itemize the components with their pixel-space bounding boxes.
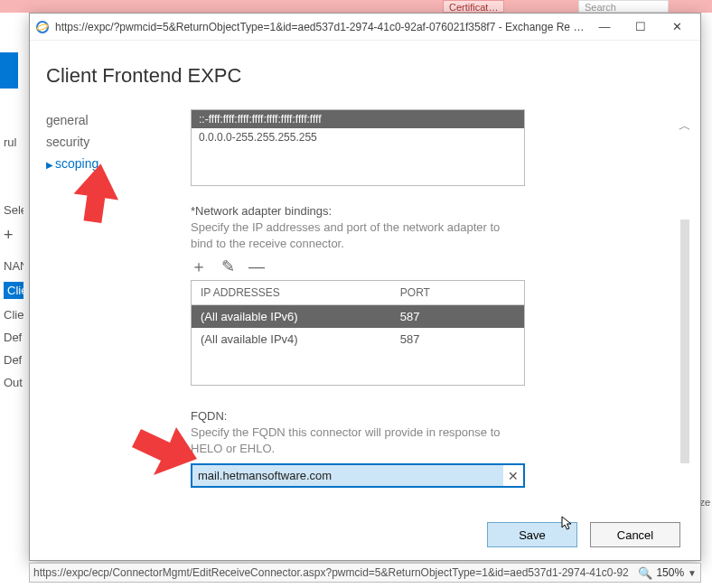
col-port-header: PORT	[391, 281, 524, 304]
caret-right-icon: ▶	[46, 160, 53, 170]
save-button[interactable]: Save	[487, 522, 577, 547]
edit-button[interactable]: ✎	[220, 258, 236, 275]
fqdn-input[interactable]	[192, 465, 503, 486]
popup-window: https://expc/?pwmcid=5&ReturnObjectType=…	[29, 13, 701, 561]
grid-header: IP ADDRESSES PORT	[192, 281, 524, 305]
bg-search-box: Search	[578, 0, 669, 13]
form-area: ::-ffff:ffff:ffff:ffff:ffff:ffff:ffff:ff…	[191, 109, 525, 504]
table-row[interactable]: (All available IPv6) 587	[192, 305, 524, 328]
bg-nav-strip	[0, 52, 18, 89]
zoom-level[interactable]: 150%	[656, 566, 684, 579]
bindings-toolbar: ＋ ✎ —	[191, 258, 525, 275]
bindings-help: Specify the IP addresses and port of the…	[191, 219, 525, 251]
bg-plus: +	[4, 226, 23, 245]
sidenav-item-general[interactable]: general	[46, 109, 191, 131]
bg-text: Sele	[4, 203, 23, 217]
cell-ip: (All available IPv6)	[192, 305, 391, 328]
bg-certificate-warning: Certificat…	[443, 0, 504, 13]
fqdn-input-wrap: ✕	[191, 463, 525, 488]
close-button[interactable]: ✕	[659, 14, 695, 40]
bg-left-panel: rul Sele + NAN Clie Clie Def Def Out	[0, 90, 27, 561]
sidenav-item-label: scoping	[55, 156, 98, 171]
bg-text: rul	[4, 135, 23, 149]
status-url: https://expc/ecp/ConnectorMgmt/EditRecei…	[33, 566, 634, 579]
status-bar: https://expc/ecp/ConnectorMgmt/EditRecei…	[29, 563, 701, 583]
page-title: Client Frontend EXPC	[46, 64, 689, 88]
remote-ranges-listbox[interactable]: ::-ffff:ffff:ffff:ffff:ffff:ffff:ffff:ff…	[191, 109, 525, 186]
cell-ip: (All available IPv4)	[192, 328, 391, 350]
zoom-icon[interactable]: 🔍	[638, 566, 652, 580]
sidenav-item-scoping[interactable]: ▶scoping	[46, 153, 191, 174]
fqdn-label: FQDN:	[191, 409, 525, 423]
sidenav-item-security[interactable]: security	[46, 131, 191, 153]
add-button[interactable]: ＋	[191, 258, 207, 275]
maximize-button[interactable]: ☐	[623, 14, 659, 40]
cancel-button[interactable]: Cancel	[590, 522, 680, 547]
bg-row: Out	[4, 376, 23, 389]
scroll-up-icon[interactable]: ︿	[677, 113, 693, 140]
minimize-button[interactable]: —	[586, 14, 623, 40]
bindings-label: *Network adapter bindings:	[191, 204, 525, 218]
grid-spacer	[192, 350, 524, 385]
table-row[interactable]: (All available IPv4) 587	[192, 328, 524, 350]
bg-row: Clie	[4, 308, 23, 322]
bg-text: NAN	[4, 259, 23, 273]
bg-text: ze	[699, 497, 710, 508]
side-nav: general security ▶scoping	[46, 109, 191, 504]
col-ip-header: IP ADDRESSES	[192, 281, 391, 304]
bg-row: Clie	[4, 282, 23, 299]
cell-port: 587	[391, 305, 524, 328]
scrollbar[interactable]	[680, 219, 689, 463]
cell-port: 587	[391, 328, 524, 350]
bindings-grid: IP ADDRESSES PORT (All available IPv6) 5…	[191, 280, 525, 386]
clear-icon[interactable]: ✕	[503, 469, 523, 483]
list-item[interactable]: ::-ffff:ffff:ffff:ffff:ffff:ffff:ffff:ff…	[192, 110, 524, 128]
window-titlebar: https://expc/?pwmcid=5&ReturnObjectType=…	[30, 14, 700, 41]
grid-body: (All available IPv6) 587 (All available …	[192, 305, 524, 385]
fqdn-help: Specify the FQDN this connector will pro…	[191, 425, 525, 456]
footer-buttons: Save Cancel	[487, 522, 680, 547]
zoom-dropdown-icon[interactable]: ▼	[688, 568, 697, 578]
remove-button[interactable]: —	[248, 258, 265, 275]
bg-row: Def	[4, 353, 23, 367]
ie-icon	[35, 20, 50, 34]
list-item[interactable]: 0.0.0.0-255.255.255.255	[192, 128, 524, 146]
window-url: https://expc/?pwmcid=5&ReturnObjectType=…	[55, 21, 586, 33]
popup-content: Client Frontend EXPC general security ▶s…	[46, 48, 689, 515]
bg-row: Def	[4, 331, 23, 344]
